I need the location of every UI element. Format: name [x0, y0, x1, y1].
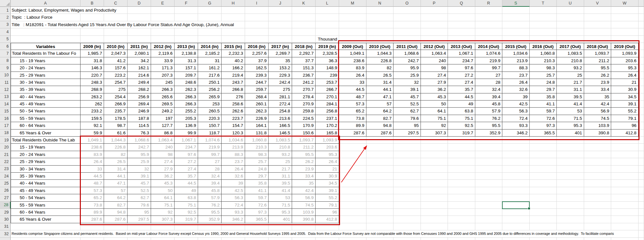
cell-D11[interactable]: 249.4 — [128, 79, 151, 86]
cell-J24[interactable]: 31.1 — [269, 173, 292, 180]
cell-J21[interactable]: 93.2 — [269, 151, 292, 158]
cell-J28[interactable]: 71.5 — [269, 202, 292, 209]
cell-X26[interactable] — [639, 187, 644, 194]
cell-T18[interactable]: 365.5 — [530, 130, 557, 137]
cell-I17[interactable]: 164.1 — [245, 122, 269, 129]
cell-I13[interactable]: 268.4 — [245, 93, 269, 101]
cell-L6[interactable]: 2019 (In) — [316, 43, 339, 50]
cell-X7[interactable] — [639, 50, 644, 57]
cell-N12[interactable]: 44.1 — [366, 86, 394, 93]
cell-P5[interactable] — [421, 36, 448, 43]
row-header-12[interactable]: 12 — [0, 86, 11, 93]
cell-T1[interactable] — [530, 7, 557, 14]
cell-C9[interactable]: 157.6 — [104, 64, 128, 72]
cell-R23[interactable] — [475, 166, 503, 173]
cell-O33[interactable] — [393, 238, 421, 240]
cell-R18[interactable]: 352.9 — [475, 130, 503, 137]
cell-O30[interactable] — [393, 216, 421, 223]
cell-D13[interactable]: 256.9 — [128, 93, 151, 101]
cell-S22[interactable] — [502, 158, 530, 165]
cell-K1[interactable] — [292, 7, 316, 14]
column-header-F[interactable]: F — [175, 0, 198, 7]
cell-R2[interactable] — [475, 14, 503, 21]
cell-R28[interactable] — [475, 202, 503, 209]
cell-N13[interactable]: 47.1 — [366, 93, 394, 101]
cell-X1[interactable] — [639, 7, 644, 14]
cell-X28[interactable] — [639, 202, 644, 209]
cell-P27[interactable] — [421, 194, 448, 201]
cell-J9[interactable]: 153.2 — [269, 64, 292, 72]
cell-W19[interactable] — [611, 137, 639, 144]
cell-H10[interactable]: 219.4 — [222, 72, 245, 79]
cell-P19[interactable] — [421, 137, 448, 144]
cell-L24[interactable]: 30.9 — [316, 173, 339, 180]
cell-H16[interactable]: 223.7 — [222, 115, 245, 122]
cell-U1[interactable] — [557, 7, 584, 14]
cell-M33[interactable] — [339, 238, 366, 240]
cell-A25[interactable]: 40 - 44 Years — [11, 180, 80, 187]
cell-V18[interactable]: 390.8 — [584, 130, 611, 137]
cell-B10[interactable]: 220.7 — [80, 72, 104, 79]
cell-R14[interactable]: 45.8 — [475, 101, 503, 108]
cell-T22[interactable] — [530, 158, 557, 165]
row-header-30[interactable]: 30 — [0, 216, 11, 223]
cell-G24[interactable]: 32.4 — [198, 173, 222, 180]
cell-L33[interactable] — [316, 238, 339, 240]
cell-S12[interactable]: 32.6 — [502, 86, 530, 93]
cell-B23[interactable]: 33 — [80, 166, 104, 173]
cell-V15[interactable]: 56.9 — [584, 108, 611, 115]
cell-Q2[interactable] — [448, 14, 475, 21]
cell-Q13[interactable]: 44.5 — [448, 93, 475, 101]
cell-M13[interactable]: 48.7 — [339, 93, 366, 101]
cell-K25[interactable]: 35 — [292, 180, 316, 187]
cell-H23[interactable]: 26.4 — [222, 166, 245, 173]
cell-D5[interactable] — [128, 36, 151, 43]
cell-S13[interactable]: 39 — [502, 93, 530, 101]
cell-D1[interactable] — [128, 7, 151, 14]
cell-U11[interactable]: 21.7 — [557, 79, 584, 86]
cell-B30[interactable]: 287.6 — [80, 216, 104, 223]
cell-O31[interactable] — [393, 223, 421, 230]
cell-T33[interactable] — [530, 238, 557, 240]
cell-W13[interactable]: 34.5 — [611, 93, 639, 101]
cell-B4[interactable] — [80, 28, 104, 35]
fill-handle[interactable] — [528, 207, 530, 210]
cell-I21[interactable]: 98.3 — [245, 151, 269, 158]
cell-A1[interactable]: Subject: Labour, Employment, Wages and P… — [11, 7, 80, 14]
cell-W9[interactable]: 95.3 — [611, 64, 639, 72]
cell-K22[interactable]: 26.2 — [292, 158, 316, 165]
cell-H19[interactable]: 1,034.6 — [222, 137, 245, 144]
cell-I33[interactable] — [245, 238, 269, 240]
cell-R30[interactable] — [475, 216, 503, 223]
cell-S5[interactable] — [502, 36, 530, 43]
column-header-Q[interactable]: Q — [448, 0, 475, 7]
cell-H21[interactable]: 88.3 — [222, 151, 245, 158]
cell-W28[interactable] — [611, 202, 639, 209]
cell-N31[interactable] — [366, 223, 394, 230]
row-header-4[interactable]: 4 — [0, 28, 11, 35]
cell-E17[interactable]: 127.7 — [151, 122, 175, 129]
cell-T8[interactable]: 210.3 — [530, 57, 557, 64]
cell-N28[interactable] — [366, 202, 394, 209]
cell-X32[interactable] — [639, 230, 644, 237]
cell-A20[interactable]: 15 - 19 Years — [11, 144, 80, 151]
cell-S16[interactable]: 72.4 — [502, 115, 530, 122]
cell-K15[interactable]: 259.8 — [292, 108, 316, 115]
row-header-33[interactable] — [0, 238, 11, 240]
cell-W22[interactable] — [611, 158, 639, 165]
cell-A21[interactable]: 20 - 24 Years — [11, 151, 80, 158]
cell-A33[interactable] — [11, 238, 80, 240]
cell-F23[interactable]: 27.4 — [175, 166, 198, 173]
cell-V4[interactable] — [584, 28, 611, 35]
cell-S9[interactable]: 88.3 — [502, 64, 530, 72]
cell-E16[interactable]: 197 — [151, 115, 175, 122]
column-header-L[interactable]: L — [316, 0, 339, 7]
cell-W15[interactable]: 55.2 — [611, 108, 639, 115]
cell-M6[interactable]: 2009 (Out) — [339, 43, 366, 50]
cell-F20[interactable]: 234.7 — [175, 144, 198, 151]
cell-B21[interactable]: 83.9 — [80, 151, 104, 158]
cell-A4[interactable] — [11, 28, 80, 35]
cell-F15[interactable]: 255.2 — [175, 108, 198, 115]
cell-R6[interactable]: 2014 (Out) — [475, 43, 503, 50]
cell-D33[interactable] — [128, 238, 151, 240]
